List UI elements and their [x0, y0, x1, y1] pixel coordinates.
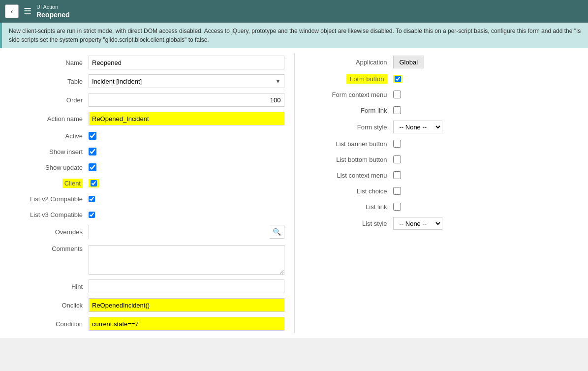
onclick-row: Onclick	[10, 296, 284, 314]
condition-input[interactable]	[89, 317, 284, 331]
list-style-select[interactable]: -- None --	[393, 217, 442, 230]
comments-row: Comments	[10, 241, 284, 277]
form-link-row: Form link	[305, 102, 579, 118]
application-button[interactable]: Global	[393, 56, 425, 68]
list-banner-button-checkbox[interactable]	[393, 140, 401, 148]
list-link-checkbox[interactable]	[393, 203, 401, 211]
right-section: Application Global Form button Form con	[294, 53, 588, 333]
hint-control	[89, 279, 284, 293]
overrides-search-wrap: 🔍	[89, 225, 284, 239]
form-button-checkbox[interactable]	[395, 76, 401, 82]
hint-label: Hint	[10, 283, 89, 290]
application-row: Application Global	[305, 53, 579, 71]
table-select[interactable]: Incident [incident]	[89, 75, 273, 88]
show-insert-checkbox[interactable]	[89, 148, 96, 155]
list-choice-checkbox[interactable]	[393, 187, 401, 195]
list-context-menu-checkbox[interactable]	[393, 171, 401, 179]
list-context-menu-control	[393, 171, 579, 179]
form-style-select[interactable]: -- None --	[393, 121, 442, 133]
back-icon: ‹	[11, 7, 13, 15]
list-banner-button-row: List banner button	[305, 136, 579, 152]
list-bottom-button-control	[393, 155, 579, 163]
list-v3-row: List v3 Compatible	[10, 207, 284, 222]
action-name-label: Action name	[10, 115, 89, 123]
list-v2-label: List v2 Compatible	[10, 195, 89, 203]
overrides-control: 🔍	[89, 225, 284, 239]
overrides-label: Overrides	[10, 228, 89, 236]
list-v3-checkbox[interactable]	[89, 212, 95, 218]
active-row: Active	[10, 128, 284, 144]
main-content: Name Table Incident [incident] ▼	[0, 48, 588, 338]
name-control	[89, 56, 284, 69]
back-button[interactable]: ‹	[5, 4, 19, 18]
left-section: Name Table Incident [incident] ▼	[0, 53, 294, 333]
comments-label: Comments	[10, 245, 89, 252]
form-context-menu-control	[393, 91, 579, 98]
form-context-menu-row: Form context menu	[305, 87, 579, 102]
list-v3-control	[89, 212, 284, 218]
table-label: Table	[10, 78, 89, 85]
overrides-input[interactable]	[89, 225, 270, 239]
list-bottom-button-checkbox[interactable]	[393, 155, 401, 163]
active-label: Active	[10, 132, 89, 140]
client-row: Client	[10, 175, 284, 191]
list-v2-control	[89, 196, 284, 202]
order-input[interactable]	[89, 93, 284, 107]
client-label-text: Client	[62, 179, 83, 188]
form-context-menu-checkbox[interactable]	[393, 91, 401, 98]
show-update-label: Show update	[10, 164, 89, 171]
form-button-row: Form button	[305, 71, 579, 87]
table-control: Incident [incident] ▼	[89, 74, 284, 88]
form-link-checkbox[interactable]	[393, 106, 401, 114]
form-style-label: Form style	[305, 124, 393, 131]
hint-input[interactable]	[89, 279, 284, 293]
header-title: UI Action Reopened	[36, 3, 70, 19]
application-control: Global	[393, 56, 579, 68]
table-row: Table Incident [incident] ▼	[10, 72, 284, 91]
list-v3-label: List v3 Compatible	[10, 211, 89, 218]
form-button-checkbox-wrap	[393, 75, 402, 83]
active-control	[89, 132, 284, 140]
name-input[interactable]	[89, 56, 284, 69]
search-icon[interactable]: 🔍	[270, 228, 284, 236]
table-select-wrap[interactable]: Incident [incident] ▼	[89, 74, 284, 88]
banner-text: New client-scripts are run in strict mod…	[9, 28, 581, 43]
form-style-row: Form style -- None --	[305, 118, 579, 136]
comments-control	[89, 245, 284, 275]
list-v2-row: List v2 Compatible	[10, 191, 284, 207]
list-choice-control	[393, 187, 579, 195]
onclick-input[interactable]	[89, 298, 284, 312]
overrides-row: Overrides 🔍	[10, 222, 284, 241]
app-header: ‹ ☰ UI Action Reopened	[0, 0, 588, 23]
client-checkbox-highlighted	[89, 179, 99, 187]
condition-control	[89, 317, 284, 331]
form-style-control: -- None --	[393, 121, 579, 133]
client-checkbox[interactable]	[91, 180, 97, 186]
action-name-input[interactable]	[89, 112, 284, 125]
show-update-checkbox-wrap	[89, 163, 96, 171]
order-control	[89, 93, 284, 107]
comments-textarea[interactable]	[89, 245, 284, 275]
list-bottom-button-row: List bottom button	[305, 152, 579, 167]
show-insert-row: Show insert	[10, 144, 284, 159]
list-link-control	[393, 203, 579, 211]
list-context-menu-row: List context menu	[305, 167, 579, 183]
list-style-row: List style -- None --	[305, 215, 579, 232]
show-insert-control	[89, 148, 284, 155]
show-update-checkbox[interactable]	[89, 163, 96, 171]
list-v2-checkbox[interactable]	[89, 196, 95, 202]
list-link-row: List link	[305, 199, 579, 215]
dropdown-icon: ▼	[273, 78, 284, 84]
onclick-control	[89, 298, 284, 312]
action-name-control	[89, 112, 284, 125]
client-control	[89, 179, 284, 187]
client-label: Client	[10, 180, 89, 187]
active-checkbox[interactable]	[89, 132, 96, 140]
menu-icon[interactable]: ☰	[24, 6, 31, 17]
list-banner-button-control	[393, 140, 579, 148]
action-name-row: Action name	[10, 109, 284, 128]
condition-row: Condition	[10, 314, 284, 333]
name-row: Name	[10, 53, 284, 72]
header-subtitle: UI Action	[36, 3, 70, 10]
order-label: Order	[10, 96, 89, 104]
